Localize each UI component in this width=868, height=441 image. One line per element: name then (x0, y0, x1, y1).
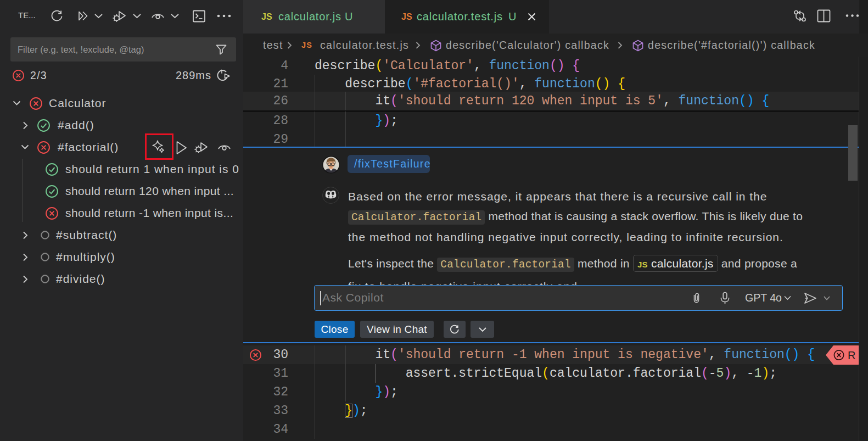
svg-text:R: R (848, 349, 855, 361)
